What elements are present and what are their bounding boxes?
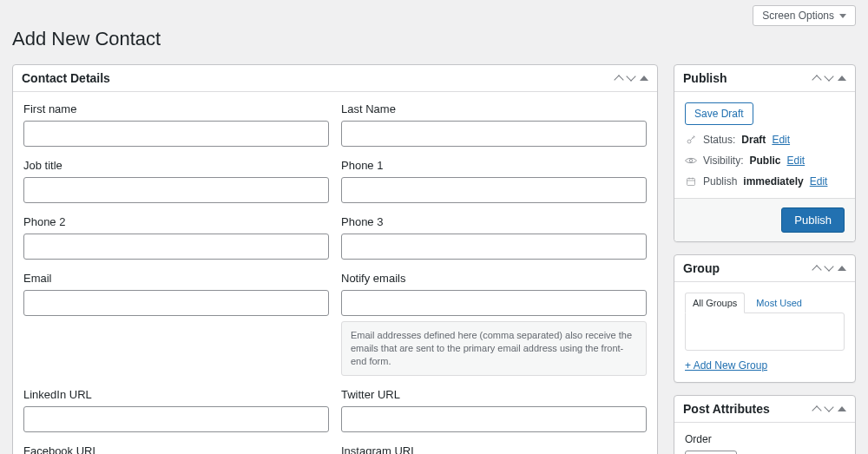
- screen-options-label: Screen Options: [762, 10, 834, 22]
- move-up-icon[interactable]: [812, 265, 821, 274]
- status-label: Status:: [703, 134, 735, 146]
- schedule-value: immediately: [743, 175, 803, 188]
- svg-rect-2: [687, 179, 695, 186]
- email-label: Email: [23, 272, 329, 285]
- chevron-down-icon: [839, 14, 846, 18]
- email-input[interactable]: [23, 290, 329, 316]
- linkedin-label: LinkedIn URL: [23, 388, 329, 401]
- notify-emails-label: Notify emails: [341, 272, 647, 285]
- linkedin-input[interactable]: [23, 406, 329, 432]
- contact-details-box: Contact Details First name Last Name: [12, 64, 658, 454]
- first-name-input[interactable]: [23, 121, 329, 147]
- group-box: Group All Groups Most Used + Add New Gro…: [674, 254, 856, 383]
- post-attributes-box: Post Attributes Order: [674, 395, 856, 454]
- visibility-label: Visibility:: [703, 155, 743, 167]
- schedule-icon: [685, 176, 697, 187]
- phone1-input[interactable]: [341, 177, 647, 203]
- toggle-panel-icon[interactable]: [838, 76, 846, 81]
- phone2-label: Phone 2: [23, 215, 329, 228]
- phone2-input[interactable]: [23, 234, 329, 260]
- twitter-label: Twitter URL: [341, 388, 647, 401]
- first-name-label: First name: [23, 102, 329, 115]
- edit-visibility-link[interactable]: Edit: [786, 155, 805, 167]
- status-icon: [685, 135, 697, 145]
- tab-most-used[interactable]: Most Used: [748, 293, 810, 313]
- facebook-label: Facebook URL: [23, 444, 329, 454]
- instagram-label: Instagram URL: [341, 444, 647, 454]
- tab-all-groups[interactable]: All Groups: [685, 293, 745, 313]
- edit-schedule-link[interactable]: Edit: [810, 175, 828, 188]
- move-down-icon[interactable]: [824, 402, 833, 411]
- job-title-input[interactable]: [23, 177, 329, 203]
- publish-title: Publish: [683, 71, 727, 85]
- status-value: Draft: [741, 134, 766, 146]
- order-label: Order: [685, 433, 845, 445]
- save-draft-button[interactable]: Save Draft: [685, 102, 753, 125]
- move-down-icon[interactable]: [626, 71, 635, 81]
- publish-box: Publish Save Draft Status: Draft: [674, 64, 856, 242]
- add-new-group-link[interactable]: + Add New Group: [685, 359, 767, 372]
- notify-emails-hint: Email addresses defined here (comma sepa…: [341, 321, 647, 376]
- phone3-input[interactable]: [341, 234, 647, 260]
- job-title-label: Job title: [23, 159, 329, 172]
- last-name-input[interactable]: [341, 121, 647, 147]
- page-title: Add New Contact: [0, 26, 868, 64]
- publish-button[interactable]: Publish: [781, 207, 845, 233]
- twitter-input[interactable]: [341, 406, 647, 432]
- svg-point-0: [687, 140, 691, 143]
- order-input[interactable]: [685, 451, 737, 454]
- contact-details-title: Contact Details: [22, 71, 110, 85]
- group-list-panel: [685, 313, 845, 351]
- notify-emails-input[interactable]: [341, 290, 647, 316]
- last-name-label: Last Name: [341, 102, 647, 115]
- move-up-icon[interactable]: [614, 75, 623, 84]
- move-up-icon[interactable]: [812, 405, 821, 415]
- edit-status-link[interactable]: Edit: [772, 134, 790, 146]
- group-title: Group: [683, 261, 720, 275]
- toggle-panel-icon[interactable]: [640, 76, 648, 81]
- phone3-label: Phone 3: [341, 215, 647, 228]
- schedule-label: Publish: [703, 175, 737, 188]
- toggle-panel-icon[interactable]: [838, 406, 846, 411]
- visibility-icon: [685, 155, 697, 166]
- post-attributes-title: Post Attributes: [683, 402, 770, 416]
- screen-options-toggle[interactable]: Screen Options: [753, 5, 856, 26]
- toggle-panel-icon[interactable]: [838, 266, 846, 271]
- phone1-label: Phone 1: [341, 159, 647, 172]
- svg-point-1: [689, 159, 693, 162]
- move-down-icon[interactable]: [824, 71, 833, 81]
- move-up-icon[interactable]: [812, 75, 821, 84]
- move-down-icon[interactable]: [824, 261, 833, 271]
- visibility-value: Public: [749, 155, 780, 167]
